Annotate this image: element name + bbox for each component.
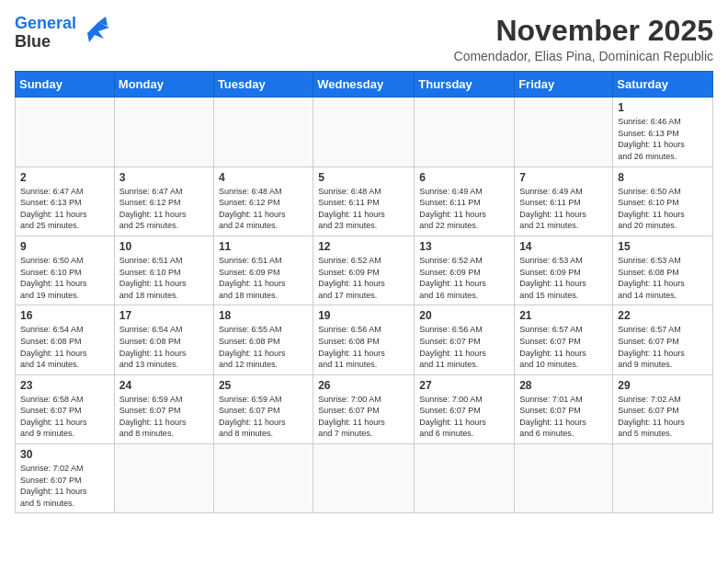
day-number: 4	[219, 171, 308, 184]
day-info: Sunrise: 6:49 AM Sunset: 6:11 PM Dayligh…	[419, 186, 509, 232]
calendar-cell: 15Sunrise: 6:53 AM Sunset: 6:08 PM Dayli…	[613, 236, 713, 304]
day-number: 29	[618, 379, 708, 392]
day-number: 22	[618, 309, 708, 322]
day-info: Sunrise: 6:57 AM Sunset: 6:07 PM Dayligh…	[618, 324, 708, 370]
calendar-cell: 18Sunrise: 6:55 AM Sunset: 6:08 PM Dayli…	[213, 305, 313, 374]
calendar-cell	[313, 444, 415, 513]
calendar-cell	[16, 98, 115, 167]
calendar-cell: 19Sunrise: 6:56 AM Sunset: 6:08 PM Dayli…	[313, 305, 415, 374]
day-info: Sunrise: 6:58 AM Sunset: 6:07 PM Dayligh…	[20, 394, 109, 440]
calendar-cell: 8Sunrise: 6:50 AM Sunset: 6:10 PM Daylig…	[613, 167, 713, 236]
calendar-cell	[313, 98, 415, 167]
day-info: Sunrise: 6:56 AM Sunset: 6:07 PM Dayligh…	[419, 324, 509, 370]
day-info: Sunrise: 6:48 AM Sunset: 6:11 PM Dayligh…	[318, 186, 409, 232]
day-info: Sunrise: 7:01 AM Sunset: 6:07 PM Dayligh…	[519, 394, 608, 440]
calendar-week-row: 30Sunrise: 7:02 AM Sunset: 6:07 PM Dayli…	[16, 444, 713, 513]
day-number: 15	[618, 240, 708, 253]
day-info: Sunrise: 7:02 AM Sunset: 6:07 PM Dayligh…	[618, 394, 708, 440]
logo-text: GeneralBlue	[15, 15, 76, 52]
day-info: Sunrise: 6:51 AM Sunset: 6:09 PM Dayligh…	[219, 255, 308, 301]
calendar-cell: 16Sunrise: 6:54 AM Sunset: 6:08 PM Dayli…	[16, 305, 115, 374]
calendar-cell: 30Sunrise: 7:02 AM Sunset: 6:07 PM Dayli…	[16, 444, 115, 513]
calendar-week-row: 23Sunrise: 6:58 AM Sunset: 6:07 PM Dayli…	[16, 374, 713, 443]
logo-bird-icon	[80, 15, 115, 44]
day-number: 2	[20, 171, 109, 184]
day-info: Sunrise: 6:59 AM Sunset: 6:07 PM Dayligh…	[219, 394, 308, 440]
calendar-table: SundayMondayTuesdayWednesdayThursdayFrid…	[15, 71, 713, 513]
calendar-cell: 28Sunrise: 7:01 AM Sunset: 6:07 PM Dayli…	[515, 374, 613, 443]
day-number: 7	[519, 171, 608, 184]
calendar-cell: 21Sunrise: 6:57 AM Sunset: 6:07 PM Dayli…	[515, 305, 613, 374]
day-number: 27	[419, 379, 509, 392]
calendar-cell	[415, 98, 515, 167]
calendar-cell: 1Sunrise: 6:46 AM Sunset: 6:13 PM Daylig…	[613, 98, 713, 167]
calendar-week-row: 9Sunrise: 6:50 AM Sunset: 6:10 PM Daylig…	[16, 236, 713, 304]
day-number: 8	[618, 171, 708, 184]
day-number: 18	[219, 309, 308, 322]
location-subtitle: Comendador, Elias Pina, Dominican Republ…	[454, 49, 713, 63]
day-info: Sunrise: 6:53 AM Sunset: 6:09 PM Dayligh…	[519, 255, 608, 301]
calendar-cell: 10Sunrise: 6:51 AM Sunset: 6:10 PM Dayli…	[114, 236, 213, 304]
calendar-cell	[213, 98, 313, 167]
day-info: Sunrise: 6:49 AM Sunset: 6:11 PM Dayligh…	[519, 186, 608, 232]
day-number: 19	[318, 309, 409, 322]
title-section: November 2025 Comendador, Elias Pina, Do…	[454, 15, 713, 63]
calendar-cell: 3Sunrise: 6:47 AM Sunset: 6:12 PM Daylig…	[114, 167, 213, 236]
calendar-cell	[415, 444, 515, 513]
day-number: 25	[219, 379, 308, 392]
weekday-header-friday: Friday	[515, 72, 613, 98]
calendar-cell: 11Sunrise: 6:51 AM Sunset: 6:09 PM Dayli…	[213, 236, 313, 304]
weekday-header-sunday: Sunday	[16, 72, 115, 98]
calendar-cell: 22Sunrise: 6:57 AM Sunset: 6:07 PM Dayli…	[613, 305, 713, 374]
day-info: Sunrise: 7:02 AM Sunset: 6:07 PM Dayligh…	[20, 463, 109, 509]
calendar-cell: 17Sunrise: 6:54 AM Sunset: 6:08 PM Dayli…	[114, 305, 213, 374]
calendar-header-row: SundayMondayTuesdayWednesdayThursdayFrid…	[16, 72, 713, 98]
day-number: 9	[20, 240, 109, 253]
day-number: 3	[119, 171, 209, 184]
calendar-cell: 20Sunrise: 6:56 AM Sunset: 6:07 PM Dayli…	[415, 305, 515, 374]
day-info: Sunrise: 7:00 AM Sunset: 6:07 PM Dayligh…	[419, 394, 509, 440]
day-number: 13	[419, 240, 509, 253]
day-number: 16	[20, 309, 109, 322]
day-number: 23	[20, 379, 109, 392]
day-info: Sunrise: 6:50 AM Sunset: 6:10 PM Dayligh…	[20, 255, 109, 301]
day-info: Sunrise: 6:54 AM Sunset: 6:08 PM Dayligh…	[20, 324, 109, 370]
day-number: 20	[419, 309, 509, 322]
day-info: Sunrise: 6:47 AM Sunset: 6:13 PM Dayligh…	[20, 186, 109, 232]
weekday-header-saturday: Saturday	[613, 72, 713, 98]
day-number: 17	[119, 309, 209, 322]
day-number: 12	[318, 240, 409, 253]
day-number: 14	[519, 240, 608, 253]
day-info: Sunrise: 6:55 AM Sunset: 6:08 PM Dayligh…	[219, 324, 308, 370]
calendar-cell: 14Sunrise: 6:53 AM Sunset: 6:09 PM Dayli…	[515, 236, 613, 304]
day-number: 5	[318, 171, 409, 184]
weekday-header-wednesday: Wednesday	[313, 72, 415, 98]
day-number: 26	[318, 379, 409, 392]
calendar-cell	[613, 444, 713, 513]
day-info: Sunrise: 6:57 AM Sunset: 6:07 PM Dayligh…	[519, 324, 608, 370]
day-info: Sunrise: 7:00 AM Sunset: 6:07 PM Dayligh…	[318, 394, 409, 440]
calendar-week-row: 16Sunrise: 6:54 AM Sunset: 6:08 PM Dayli…	[16, 305, 713, 374]
day-number: 11	[219, 240, 308, 253]
calendar-cell: 26Sunrise: 7:00 AM Sunset: 6:07 PM Dayli…	[313, 374, 415, 443]
weekday-header-thursday: Thursday	[415, 72, 515, 98]
day-info: Sunrise: 6:46 AM Sunset: 6:13 PM Dayligh…	[618, 116, 708, 162]
weekday-header-monday: Monday	[114, 72, 213, 98]
calendar-cell: 7Sunrise: 6:49 AM Sunset: 6:11 PM Daylig…	[515, 167, 613, 236]
calendar-cell: 24Sunrise: 6:59 AM Sunset: 6:07 PM Dayli…	[114, 374, 213, 443]
calendar-cell: 27Sunrise: 7:00 AM Sunset: 6:07 PM Dayli…	[415, 374, 515, 443]
day-info: Sunrise: 6:52 AM Sunset: 6:09 PM Dayligh…	[419, 255, 509, 301]
calendar-cell: 25Sunrise: 6:59 AM Sunset: 6:07 PM Dayli…	[213, 374, 313, 443]
day-info: Sunrise: 6:54 AM Sunset: 6:08 PM Dayligh…	[119, 324, 209, 370]
calendar-cell	[114, 98, 213, 167]
calendar-cell: 9Sunrise: 6:50 AM Sunset: 6:10 PM Daylig…	[16, 236, 115, 304]
page-header: GeneralBlue November 2025 Comendador, El…	[15, 15, 713, 63]
calendar-cell: 4Sunrise: 6:48 AM Sunset: 6:12 PM Daylig…	[213, 167, 313, 236]
calendar-cell: 5Sunrise: 6:48 AM Sunset: 6:11 PM Daylig…	[313, 167, 415, 236]
day-number: 28	[519, 379, 608, 392]
calendar-cell: 13Sunrise: 6:52 AM Sunset: 6:09 PM Dayli…	[415, 236, 515, 304]
day-info: Sunrise: 6:50 AM Sunset: 6:10 PM Dayligh…	[618, 186, 708, 232]
calendar-cell: 6Sunrise: 6:49 AM Sunset: 6:11 PM Daylig…	[415, 167, 515, 236]
calendar-cell: 2Sunrise: 6:47 AM Sunset: 6:13 PM Daylig…	[16, 167, 115, 236]
day-info: Sunrise: 6:47 AM Sunset: 6:12 PM Dayligh…	[119, 186, 209, 232]
